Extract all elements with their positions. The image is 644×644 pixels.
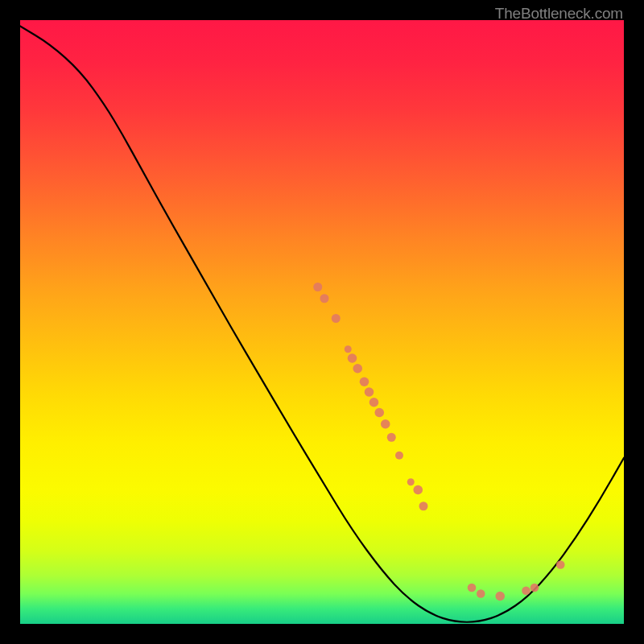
bottleneck-curve — [20, 20, 624, 624]
data-dot — [413, 485, 423, 495]
data-dot — [360, 377, 369, 386]
data-dot — [320, 294, 329, 303]
plot-area — [20, 20, 624, 624]
data-dot — [365, 387, 374, 397]
chart-container: TheBottleneck.com — [0, 0, 644, 644]
data-dot — [530, 584, 539, 592]
attribution-label: TheBottleneck.com — [495, 5, 623, 23]
data-dot — [387, 433, 396, 442]
data-dot — [522, 586, 530, 595]
data-dot — [369, 398, 379, 407]
data-dot — [345, 345, 352, 353]
data-dot — [313, 283, 322, 291]
data-dot — [381, 419, 390, 429]
data-dot — [395, 452, 403, 460]
data-dot — [332, 314, 341, 323]
data-dot — [374, 408, 384, 418]
data-dot — [468, 584, 477, 592]
data-dot — [353, 364, 362, 374]
data-dot — [407, 478, 415, 485]
data-dot — [419, 502, 428, 510]
data-dot — [348, 353, 357, 363]
data-dot — [477, 589, 485, 598]
data-dot — [556, 560, 565, 569]
data-dot — [495, 592, 505, 601]
